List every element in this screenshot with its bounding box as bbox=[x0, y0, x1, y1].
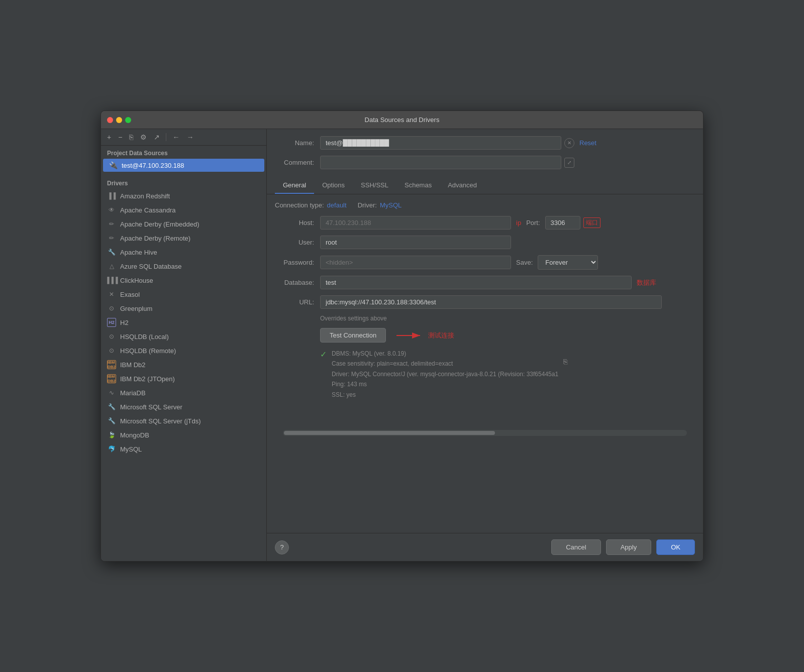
settings-button[interactable]: ⚙ bbox=[138, 132, 149, 142]
driver-item-mssql[interactable]: 🔧 Microsoft SQL Server bbox=[101, 400, 266, 414]
apply-button[interactable]: Apply bbox=[606, 539, 652, 555]
driver-item-apache-hive[interactable]: 🔧 Apache Hive bbox=[101, 245, 266, 259]
driver-item-ibm-db2[interactable]: IBMDB2 IBM Db2 bbox=[101, 358, 266, 372]
driver-value[interactable]: MySQL bbox=[380, 201, 401, 209]
bottom-bar: ? Cancel Apply OK bbox=[267, 533, 703, 561]
driver-item-greenplum[interactable]: ⊙ Greenplum bbox=[101, 301, 266, 315]
ok-button[interactable]: OK bbox=[656, 539, 695, 555]
reset-button[interactable]: Reset bbox=[579, 139, 596, 147]
driver-label: MongoDB bbox=[120, 431, 149, 439]
driver-item-hsqldb-remote[interactable]: ⊙ HSQLDB (Remote) bbox=[101, 344, 266, 358]
dialog: Data Sources and Drivers + − ⎘ ⚙ ↗ ← → P… bbox=[100, 110, 703, 562]
driver-label: MariaDB bbox=[120, 389, 146, 397]
driver-item-exasol[interactable]: ✕ Exasol bbox=[101, 287, 266, 301]
host-row: Host: ip Port: 端口 bbox=[275, 216, 695, 230]
info-line3: Driver: MySQL Connector/J (ver. mysql-co… bbox=[332, 369, 558, 379]
driver-label: H2 bbox=[120, 319, 129, 326]
driver-item-apache-derby-remote[interactable]: ✏ Apache Derby (Remote) bbox=[101, 231, 266, 245]
project-item-selected[interactable]: 🔌 test@47.100.230.188 bbox=[103, 159, 264, 172]
tab-options[interactable]: Options bbox=[314, 177, 353, 194]
tab-general[interactable]: General bbox=[275, 177, 314, 194]
project-section-header: Project Data Sources bbox=[101, 146, 266, 159]
driver-item-h2[interactable]: H2 H2 bbox=[101, 315, 266, 329]
password-input[interactable] bbox=[320, 256, 511, 269]
host-label: Host: bbox=[275, 219, 320, 227]
copy-button[interactable]: ⎘ bbox=[127, 132, 135, 142]
hsqldb-remote-icon: ⊙ bbox=[107, 346, 116, 355]
connection-type-value[interactable]: default bbox=[327, 201, 347, 209]
driver-item-apache-derby-embedded[interactable]: ✏ Apache Derby (Embedded) bbox=[101, 217, 266, 231]
mssql-jtds-icon: 🔧 bbox=[107, 416, 116, 425]
driver-label: Greenplum bbox=[120, 305, 152, 312]
horizontal-scrollbar[interactable] bbox=[283, 430, 687, 436]
connection-type-row: Connection type: default Driver: MySQL bbox=[275, 201, 695, 209]
dialog-body: + − ⎘ ⚙ ↗ ← → Project Data Sources 🔌 tes… bbox=[101, 129, 703, 561]
copy-icon[interactable]: ⎘ bbox=[563, 358, 567, 400]
host-input[interactable] bbox=[320, 216, 511, 230]
driver-item-apache-cassandra[interactable]: 👁 Apache Cassandra bbox=[101, 203, 266, 217]
driver-label: Amazon Redshift bbox=[120, 192, 170, 200]
info-line5: SSL: yes bbox=[332, 390, 558, 400]
port-label: Port: bbox=[526, 219, 540, 227]
mongodb-icon: 🍃 bbox=[107, 430, 116, 439]
amazon-redshift-icon: ▐▐ bbox=[107, 191, 116, 200]
database-annotation: 数据库 bbox=[637, 278, 656, 287]
toolbar: + − ⎘ ⚙ ↗ ← → bbox=[101, 129, 266, 146]
name-input[interactable] bbox=[320, 136, 561, 150]
connection-type-label: Connection type: bbox=[275, 201, 324, 209]
connection-info: ✓ DBMS: MySQL (ver. 8.0.19) Case sensiti… bbox=[320, 349, 695, 400]
close-button[interactable] bbox=[107, 117, 113, 123]
driver-item-hsqldb-local[interactable]: ⊙ HSQLDB (Local) bbox=[101, 329, 266, 344]
driver-label: Apache Hive bbox=[120, 249, 157, 256]
save-select[interactable]: Forever Until restart Never bbox=[538, 255, 598, 270]
driver-label: Exasol bbox=[120, 291, 140, 298]
driver-item-mariadb[interactable]: ∿ MariaDB bbox=[101, 386, 266, 400]
test-connection-button[interactable]: Test Connection bbox=[320, 328, 386, 343]
scrollbar-thumb bbox=[284, 431, 495, 435]
mysql-icon: 🐬 bbox=[107, 444, 116, 454]
driver-label: Azure SQL Database bbox=[120, 263, 181, 270]
comment-expand-icon[interactable]: ⤢ bbox=[564, 158, 574, 168]
port-input[interactable] bbox=[545, 216, 580, 230]
database-input[interactable] bbox=[320, 276, 632, 289]
driver-label: Apache Derby (Remote) bbox=[120, 235, 190, 242]
driver-label: MySQL bbox=[120, 445, 142, 453]
database-row: Database: 数据库 bbox=[275, 276, 695, 289]
maximize-button[interactable] bbox=[125, 117, 131, 123]
add-button[interactable]: + bbox=[105, 132, 113, 142]
back-button[interactable]: ← bbox=[170, 132, 181, 142]
ibm-db2-jtopen-icon: IBMDB2 bbox=[107, 374, 116, 383]
driver-item-mysql[interactable]: 🐬 MySQL bbox=[101, 442, 266, 456]
mariadb-icon: ∿ bbox=[107, 388, 116, 397]
test-connection-annotation: 测试连接 bbox=[428, 331, 454, 340]
remove-button[interactable]: − bbox=[116, 132, 124, 142]
tab-schemas[interactable]: Schemas bbox=[396, 177, 440, 194]
right-panel: Name: ✕ Reset Comment: ⤢ General Options bbox=[267, 129, 703, 561]
driver-item-mongodb[interactable]: 🍃 MongoDB bbox=[101, 428, 266, 442]
ibm-db2-icon: IBMDB2 bbox=[107, 360, 116, 369]
toolbar-separator bbox=[166, 133, 166, 141]
driver-item-amazon-redshift[interactable]: ▐▐ Amazon Redshift bbox=[101, 189, 266, 203]
user-input[interactable] bbox=[320, 236, 511, 249]
user-row: User: bbox=[275, 236, 695, 249]
driver-item-mssql-jtds[interactable]: 🔧 Microsoft SQL Server (jTds) bbox=[101, 414, 266, 428]
url-row: URL: bbox=[275, 295, 695, 309]
minimize-button[interactable] bbox=[116, 117, 122, 123]
comment-input[interactable] bbox=[320, 156, 561, 169]
tab-advanced[interactable]: Advanced bbox=[440, 177, 485, 194]
driver-item-clickhouse[interactable]: ▐▐▐ ClickHouse bbox=[101, 273, 266, 287]
url-input[interactable] bbox=[320, 295, 662, 309]
help-button[interactable]: ? bbox=[275, 540, 289, 554]
driver-item-ibm-db2-jtopen[interactable]: IBMDB2 IBM Db2 (JTOpen) bbox=[101, 372, 266, 386]
forward-button[interactable]: → bbox=[184, 132, 195, 142]
cancel-button[interactable]: Cancel bbox=[551, 539, 600, 555]
url-label: URL: bbox=[275, 298, 320, 306]
export-button[interactable]: ↗ bbox=[152, 132, 162, 142]
hsqldb-local-icon: ⊙ bbox=[107, 332, 116, 341]
name-expand-icon[interactable]: ✕ bbox=[564, 138, 574, 148]
scrollbar-area-wrapper bbox=[275, 430, 695, 436]
driver-item-azure-sql[interactable]: △ Azure SQL Database bbox=[101, 259, 266, 273]
driver-label: IBM Db2 bbox=[120, 361, 146, 369]
tab-ssh-ssl[interactable]: SSH/SSL bbox=[353, 177, 396, 194]
comment-label: Comment: bbox=[275, 159, 320, 166]
